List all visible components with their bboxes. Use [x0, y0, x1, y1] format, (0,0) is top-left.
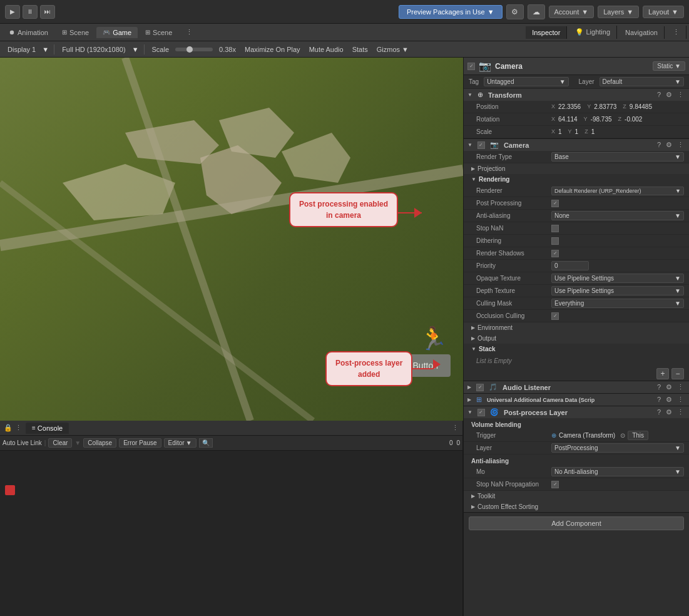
inspector-tab[interactable]: Inspector	[526, 26, 567, 39]
stop-nan-checkbox[interactable]	[551, 225, 559, 232]
post-processing-checkbox[interactable]	[551, 200, 559, 207]
camera-more-btn[interactable]: ⋮	[676, 141, 685, 149]
gizmos-dropdown[interactable]: Gizmos ▼	[374, 44, 411, 54]
step-button[interactable]: ⏭	[40, 5, 55, 19]
console-more-btn[interactable]: ⋮	[15, 424, 22, 432]
output-header[interactable]: ▶ Output	[464, 333, 689, 344]
dithering-checkbox[interactable]	[551, 237, 559, 245]
culling-mask-dropdown[interactable]: Everything ▼	[551, 299, 684, 308]
tab-scene2[interactable]: ⊞ Scene	[139, 27, 178, 38]
transform-help-btn[interactable]: ?	[656, 91, 662, 99]
collapse-button[interactable]: Collapse	[83, 438, 116, 448]
post-settings-btn[interactable]: ⚙	[665, 408, 673, 416]
render-shadows-checkbox[interactable]	[551, 250, 559, 257]
tab-game[interactable]: 🎮 Game	[96, 27, 138, 38]
universal-more-btn[interactable]: ⋮	[676, 396, 685, 404]
priority-input[interactable]	[551, 261, 589, 270]
auto-live-link[interactable]: Auto Live Link	[3, 439, 42, 446]
camera-component-header[interactable]: ▼ 📷 Camera ? ⚙ ⋮	[464, 139, 689, 151]
separator2	[144, 44, 145, 54]
universal-camera-section: ▶ ⊞ Universal Additional Camera Data (Sc…	[464, 394, 689, 406]
cloud-button[interactable]: ☁	[528, 4, 545, 19]
trigger-link[interactable]: ⊕	[551, 432, 556, 439]
camera-header-icon: 📷	[479, 60, 491, 72]
toolkit-header[interactable]: ▶ Toolkit	[464, 491, 689, 501]
universal-settings-btn[interactable]: ⚙	[665, 396, 673, 404]
preview-packages-button[interactable]: Preview Packages in Use ▼	[399, 5, 503, 19]
tabs-more-button[interactable]: ⋮	[180, 26, 199, 38]
camera-help-btn[interactable]: ?	[656, 141, 662, 149]
rendering-header[interactable]: ▼ Rendering	[464, 174, 689, 185]
universal-help-btn[interactable]: ?	[656, 396, 662, 404]
top-bar: ▶ ⏸ ⏭ Preview Packages in Use ▼ ⚙ ☁ Acco…	[0, 0, 689, 24]
mode-row: Mo No Anti-aliasing ▼	[464, 466, 689, 478]
editor-dropdown[interactable]: Editor ▼	[164, 438, 196, 448]
transform-settings-btn[interactable]: ⚙	[665, 91, 673, 99]
occlusion-culling-checkbox[interactable]	[551, 312, 559, 320]
transform-section: ▼ ⊕ Transform ? ⚙ ⋮ Position X22.3356 Y2…	[464, 89, 689, 139]
post-more-btn[interactable]: ⋮	[676, 408, 685, 416]
stack-expand-icon: ▼	[471, 346, 476, 352]
tag-dropdown[interactable]: Untagged ▼	[484, 77, 568, 86]
audio-listener-header[interactable]: ▶ 🎵 Audio Listener ? ⚙ ⋮	[464, 381, 689, 393]
audio-checkbox[interactable]	[476, 384, 484, 391]
stack-add-btn[interactable]: +	[656, 368, 669, 379]
depth-texture-dropdown[interactable]: Use Pipeline Settings ▼	[551, 286, 684, 295]
post-controls: ? ⚙ ⋮	[656, 408, 685, 416]
this-button[interactable]: This	[628, 431, 648, 440]
render-type-dropdown[interactable]: Base ▼	[551, 152, 684, 162]
camera-component-checkbox[interactable]	[477, 141, 485, 149]
stop-nan-post-checkbox[interactable]	[551, 481, 559, 488]
projection-header[interactable]: ▶ Projection	[464, 163, 689, 174]
static-button[interactable]: Static ▼	[653, 61, 685, 71]
console-search[interactable]: 🔍	[199, 438, 213, 448]
layout-dropdown[interactable]: Layout ▼	[643, 6, 684, 18]
play-button[interactable]: ▶	[5, 5, 20, 19]
gear-button[interactable]: ⚙	[506, 4, 524, 19]
account-dropdown[interactable]: Account ▼	[549, 6, 595, 18]
inspector-tabs-right: Inspector 💡 Lighting Navigation ⋮	[526, 26, 686, 39]
lighting-tab[interactable]: 💡 Lighting	[569, 26, 617, 39]
more-inspector-btn[interactable]: ⋮	[666, 26, 686, 39]
opaque-texture-dropdown[interactable]: Use Pipeline Settings ▼	[551, 274, 684, 283]
layers-dropdown[interactable]: Layers ▼	[598, 6, 639, 18]
game-viewport[interactable]: 🏃 Button Post processing enabled in came…	[0, 58, 463, 421]
stack-remove-btn[interactable]: −	[671, 368, 684, 379]
post-checkbox[interactable]	[477, 409, 485, 416]
mute-audio[interactable]: Mute Audio	[307, 44, 346, 54]
custom-effect-header[interactable]: ▶ Custom Effect Sorting	[464, 501, 689, 512]
tab-animation[interactable]: ⏺ Animation	[3, 27, 54, 38]
audio-help-btn[interactable]: ?	[656, 383, 662, 391]
renderer-dropdown[interactable]: Default Renderer (URP_Renderer) ▼	[551, 187, 684, 195]
environment-header[interactable]: ▶ Environment	[464, 322, 689, 333]
display-selector[interactable]: Display 1	[5, 44, 38, 54]
camera-enable-checkbox[interactable]	[467, 63, 475, 70]
mode-dropdown[interactable]: No Anti-aliasing ▼	[551, 467, 684, 476]
pause-button[interactable]: ⏸	[23, 5, 38, 19]
error-pause-button[interactable]: Error Pause	[119, 438, 161, 448]
tab-scene[interactable]: ⊞ Scene	[56, 27, 95, 38]
audio-more-btn[interactable]: ⋮	[676, 383, 685, 391]
transform-header[interactable]: ▼ ⊕ Transform ? ⚙ ⋮	[464, 89, 689, 101]
layer-post-dropdown[interactable]: PostProcessing ▼	[551, 443, 684, 453]
camera-settings-btn[interactable]: ⚙	[665, 141, 673, 149]
universal-camera-header[interactable]: ▶ ⊞ Universal Additional Camera Data (Sc…	[464, 394, 689, 406]
console-tab-active[interactable]: ≡ Console	[26, 423, 69, 434]
arrowhead-layer	[433, 359, 441, 369]
audio-settings-btn[interactable]: ⚙	[665, 383, 673, 391]
post-process-header[interactable]: ▼ 🌀 Post-process Layer ? ⚙ ⋮	[464, 406, 689, 418]
transform-more-btn[interactable]: ⋮	[676, 91, 685, 99]
projection-expand-icon: ▶	[471, 166, 475, 172]
maximize-on-play[interactable]: Maximize On Play	[242, 44, 303, 54]
add-component-button[interactable]: Add Component	[469, 516, 684, 530]
stats-button[interactable]: Stats	[350, 44, 370, 54]
navigation-tab[interactable]: Navigation	[619, 26, 665, 39]
post-help-btn[interactable]: ?	[656, 408, 662, 416]
clear-button[interactable]: Clear	[48, 438, 72, 448]
layer-dropdown[interactable]: Default ▼	[600, 77, 684, 86]
resolution-selector[interactable]: Full HD (1920x1080)	[59, 44, 128, 54]
stack-header[interactable]: ▼ Stack	[464, 344, 689, 354]
anti-aliasing-dropdown[interactable]: None ▼	[551, 211, 684, 220]
console-options-btn[interactable]: ⋮	[452, 424, 459, 431]
output-expand-icon: ▶	[471, 336, 475, 341]
